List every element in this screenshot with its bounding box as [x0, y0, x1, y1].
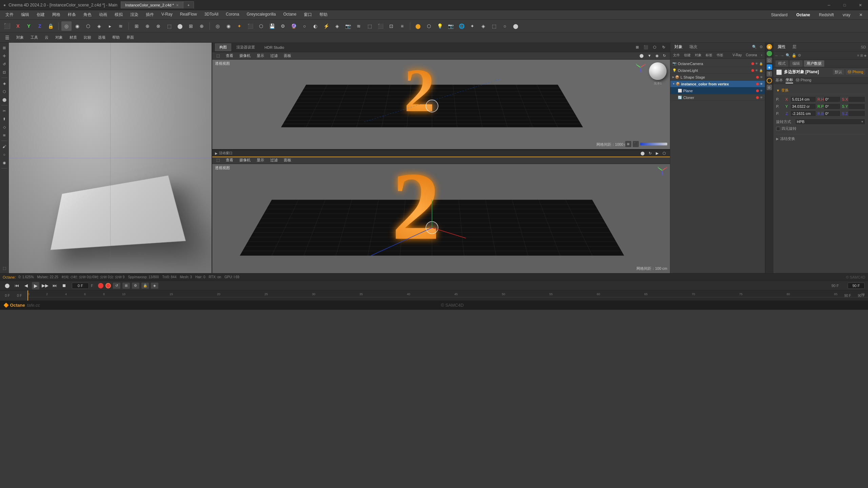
prop-default-btn[interactable]: 默认: [833, 69, 844, 75]
tl-motion-record[interactable]: [105, 283, 111, 288]
sub-tab-object[interactable]: 对象: [693, 53, 703, 58]
axis-lock-icon[interactable]: 🔒: [45, 21, 56, 31]
side-icon-rect2[interactable]: ◈: [767, 64, 772, 70]
prop-settings[interactable]: ⚙: [798, 53, 801, 58]
menu-simulate[interactable]: 模拟: [111, 11, 126, 19]
render-icon[interactable]: ◎: [213, 21, 223, 31]
node-editor-icon[interactable]: ⊡: [386, 21, 396, 31]
side-icon-rect1[interactable]: □: [767, 58, 772, 63]
tab-render-settings[interactable]: 渲染器设置: [232, 43, 259, 51]
prop-nav-fwd[interactable]: →: [780, 53, 784, 58]
menu-octane[interactable]: Octane: [280, 11, 300, 19]
left-poly-icon[interactable]: ◈: [1, 80, 8, 87]
vp-top-camera[interactable]: 摄像机: [238, 53, 252, 59]
menu-file[interactable]: 文件: [2, 11, 17, 19]
vp-top-icon3[interactable]: ◉: [654, 53, 660, 58]
menu-corona[interactable]: Corona: [222, 11, 242, 19]
tree-item-instance-color[interactable]: ▼ 📦 instance_color from vertex 👁: [670, 81, 765, 87]
tl-end-icon[interactable]: ⏹: [60, 282, 68, 289]
mode-material[interactable]: 材质: [67, 34, 80, 41]
scale-icon[interactable]: ⊗: [153, 21, 163, 31]
tl-control1[interactable]: ⊞: [122, 283, 130, 289]
tab-hdr-studio[interactable]: HDR Studio: [260, 44, 289, 51]
vp-top-display[interactable]: 显示: [255, 53, 265, 59]
menu-character[interactable]: 角色: [80, 11, 95, 19]
mode-cloud[interactable]: 云: [42, 34, 51, 41]
tl-record-button[interactable]: [98, 283, 103, 288]
mesh-mode-icon[interactable]: ◉: [72, 21, 82, 31]
axis-y-icon[interactable]: Y: [24, 21, 34, 31]
tl-autokey[interactable]: ↺: [113, 283, 120, 289]
translate-icon[interactable]: ⊞: [132, 21, 142, 31]
new-tab-button[interactable]: +: [183, 1, 194, 8]
tree-item-light[interactable]: 💡 OctaneLight 👁 🔒: [670, 67, 765, 74]
save-render-icon[interactable]: 💾: [267, 21, 277, 31]
stop-render-icon[interactable]: ⬛: [245, 21, 255, 31]
tree-stage-collapse[interactable]: ▶: [672, 76, 674, 79]
scene-tab-scene[interactable]: 场次: [687, 43, 699, 50]
menu-create[interactable]: 创建: [33, 11, 48, 19]
menu-vray[interactable]: V-Ray: [158, 11, 176, 19]
tree-item-camera[interactable]: 📷 OctaneCamera 👁 🔒: [670, 60, 765, 67]
tl-control4[interactable]: ◈: [151, 283, 158, 289]
tab-icon4[interactable]: ↻: [660, 44, 667, 51]
coord-px-value[interactable]: 5.0114 cm: [790, 96, 816, 102]
octane-post-icon[interactable]: ✦: [467, 21, 477, 31]
left-smooth-icon[interactable]: ○: [1, 151, 8, 158]
scene-settings-icon[interactable]: ⚙: [760, 45, 763, 49]
undo-icon[interactable]: ⬛: [2, 21, 12, 31]
mode-object[interactable]: 対象: [14, 34, 26, 41]
vp-top-panel[interactable]: 面板: [282, 53, 293, 59]
close-button[interactable]: ✕: [852, 0, 868, 10]
tl-end-frame-input[interactable]: 90 F: [848, 283, 865, 289]
prop-icon2[interactable]: ⊞: [860, 54, 863, 57]
tl-prev-frame[interactable]: ◀: [22, 282, 30, 289]
axis-z-icon[interactable]: Z: [35, 21, 45, 31]
vp-render-icon[interactable]: ⬛: [633, 141, 639, 147]
tl-play-button[interactable]: ▶: [32, 282, 39, 289]
vp-bot-camera[interactable]: 摄像机: [238, 157, 252, 163]
coord-pz-value[interactable]: -2.1631 cm: [790, 110, 816, 117]
tl-next-key[interactable]: ⏭: [51, 282, 58, 289]
transform-collapse-icon[interactable]: ▼: [776, 88, 780, 93]
coord-rh-value[interactable]: 0°: [824, 96, 841, 102]
minimize-button[interactable]: ─: [821, 0, 837, 10]
deformer-icon[interactable]: ≋: [354, 21, 364, 31]
vp-top-icon2[interactable]: ▼: [646, 53, 653, 58]
scene-tab-object[interactable]: 対象: [672, 43, 685, 50]
viewport-top-canvas[interactable]: [212, 52, 670, 149]
align-icon[interactable]: ⊕: [197, 21, 207, 31]
tl-next-frame[interactable]: ▶▶: [41, 282, 49, 289]
axis-x-icon[interactable]: X: [13, 21, 23, 31]
layout-close[interactable]: ✕: [856, 12, 866, 18]
left-bottom-icon[interactable]: ⬚: [1, 264, 8, 272]
effector-icon[interactable]: ⬚: [364, 21, 375, 31]
menu-greyscalegorilla[interactable]: Greyscalegorilla: [243, 11, 279, 19]
vp-top-view[interactable]: 查看: [224, 53, 235, 59]
mode-select[interactable]: 选项: [95, 34, 108, 41]
coord-rp-value[interactable]: 0°: [824, 103, 841, 109]
prop-nav-back[interactable]: ←: [775, 53, 779, 58]
left-sculpt-icon[interactable]: ◉: [1, 159, 8, 166]
rotate-icon[interactable]: ⊕: [142, 21, 153, 31]
prop-tab-attr[interactable]: 属性: [775, 43, 788, 50]
mode-compare[interactable]: 比较: [81, 34, 94, 41]
octane-scatter-icon[interactable]: ⬚: [489, 21, 499, 31]
tl-ruler-numbers[interactable]: 0 2 4 6 8 10 15 20 25 30 35 40 45 50 55 …: [27, 290, 868, 301]
select-icon[interactable]: ⬤: [175, 21, 185, 31]
maximize-button[interactable]: □: [837, 0, 852, 10]
viewport-bottom-canvas[interactable]: [212, 157, 670, 273]
prop-icon1[interactable]: ≡: [857, 54, 859, 57]
sculpt-mode-icon[interactable]: ◈: [94, 21, 104, 31]
left-bridge-icon[interactable]: ≋: [1, 131, 8, 139]
sub-tab-vray[interactable]: V-Ray: [731, 53, 743, 57]
prop-top-icon[interactable]: SD: [861, 45, 866, 49]
sub-tab-file[interactable]: 文件: [672, 53, 681, 58]
document-tab-active[interactable]: InstanceColor_scene_2.c4d * ✕: [121, 1, 183, 8]
mode-chip-userdata[interactable]: 用户数据: [804, 60, 824, 67]
octane-particles-icon[interactable]: ⬤: [511, 21, 521, 31]
tab-icon3[interactable]: ⬡: [651, 44, 658, 51]
left-select-icon[interactable]: ⊞: [1, 44, 8, 52]
menu-help[interactable]: 帮助: [316, 11, 331, 19]
mode-tool[interactable]: 工具: [28, 34, 41, 41]
